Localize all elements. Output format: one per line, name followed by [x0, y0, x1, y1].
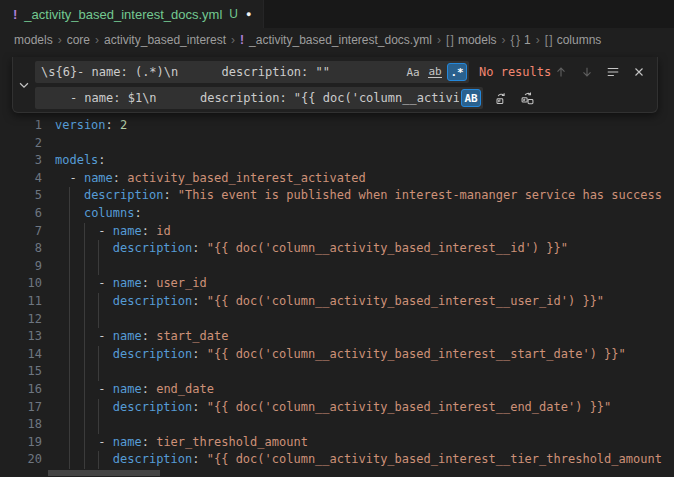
unsaved-changes-dot-icon[interactable]: ●	[246, 0, 251, 28]
indent-guide	[84, 311, 85, 329]
code-token: name	[113, 329, 142, 343]
editor-tab[interactable]: ! _activity_based_interest_docs.yml U ●	[0, 0, 264, 28]
code-text[interactable]: - name: user_id	[55, 275, 674, 293]
line-number[interactable]: 4	[0, 170, 42, 188]
preserve-case-button[interactable]: AB	[461, 89, 481, 107]
symbol-array-icon: [ ]	[446, 33, 453, 47]
symbol-object-icon: { }	[511, 33, 519, 47]
breadcrumb-separator-icon: ›	[231, 33, 235, 47]
line-number[interactable]: 7	[0, 223, 42, 241]
breadcrumb-item[interactable]: [ ]models	[446, 33, 497, 47]
code-text[interactable]: columns:	[55, 205, 674, 223]
line-number[interactable]: 19	[0, 434, 42, 452]
next-match-button[interactable]	[577, 62, 597, 82]
code-text[interactable]: - name: activity_based_interest_activate…	[55, 170, 674, 188]
breadcrumb-label: activity_based_interest	[104, 33, 226, 47]
line-number[interactable]: 5	[0, 187, 42, 205]
code-text[interactable]: description: "{{ doc('column__activity_b…	[55, 451, 674, 469]
code-token: :	[134, 206, 141, 220]
code-token: description	[113, 294, 192, 308]
replace-all-icon-button[interactable]	[517, 88, 537, 108]
code-text[interactable]: description: "This event is published wh…	[55, 187, 674, 205]
toggle-replace-button[interactable]	[13, 57, 35, 112]
line-number[interactable]: 17	[0, 399, 42, 417]
indent-guide	[69, 451, 70, 469]
indent-guide	[69, 328, 70, 346]
code-text[interactable]	[55, 311, 674, 329]
line-number[interactable]: 8	[0, 240, 42, 258]
match-case-button[interactable]: Aa	[403, 63, 423, 81]
code-line: 6 columns:	[0, 205, 674, 223]
line-number[interactable]: 13	[0, 328, 42, 346]
code-text[interactable]	[55, 416, 674, 434]
breadcrumb-item[interactable]: [ ]columns	[545, 33, 602, 47]
close-find-widget-button[interactable]	[629, 62, 649, 82]
code-text[interactable]	[55, 363, 674, 381]
code-text[interactable]: - name: end_date	[55, 381, 674, 399]
indent-guide	[69, 416, 70, 434]
line-number[interactable]: 16	[0, 381, 42, 399]
breadcrumb-item[interactable]: core	[67, 33, 90, 47]
code-token: :	[142, 329, 156, 343]
line-number[interactable]: 15	[0, 363, 42, 381]
find-query-text: \s{6}- name: (.*)\n description: ""	[41, 65, 401, 79]
code-text[interactable]: description: "{{ doc('column__activity_b…	[55, 346, 674, 364]
indent-guide	[98, 399, 99, 417]
find-in-selection-button[interactable]	[603, 62, 623, 82]
code-token: "{{ doc('column__activity_based_interest…	[207, 400, 612, 414]
horizontal-scrollbar-thumb[interactable]	[48, 470, 160, 476]
replace-input[interactable]: - name: $1\n description: "{{ doc('colum…	[35, 87, 483, 109]
line-number[interactable]: 11	[0, 293, 42, 311]
code-line: 19 - name: tier_threshold_amount	[0, 434, 674, 452]
line-number[interactable]: 1	[0, 117, 42, 135]
indent-guide	[69, 346, 70, 364]
code-text[interactable]: version: 2	[55, 117, 674, 135]
find-row: \s{6}- name: (.*)\n description: "" Aa a…	[35, 61, 653, 83]
code-token: "{{ doc('column__activity_based_interest…	[207, 241, 568, 255]
find-input[interactable]: \s{6}- name: (.*)\n description: "" Aa a…	[35, 61, 469, 83]
indent-guide	[84, 346, 85, 364]
code-line: 17 description: "{{ doc('column__activit…	[0, 399, 674, 417]
editor-pane[interactable]: \s{6}- name: (.*)\n description: "" Aa a…	[0, 52, 674, 477]
code-token: :	[192, 294, 206, 308]
line-number[interactable]: 14	[0, 346, 42, 364]
regex-button[interactable]: .*	[447, 63, 467, 81]
code-text[interactable]: description: "{{ doc('column__activity_b…	[55, 399, 674, 417]
line-number[interactable]: 3	[0, 152, 42, 170]
line-number[interactable]: 18	[0, 416, 42, 434]
indent-guide	[69, 205, 70, 223]
breadcrumb: models›core›activity_based_interest›!_ac…	[0, 28, 674, 52]
whole-word-button[interactable]: ab	[425, 63, 445, 81]
line-number[interactable]: 6	[0, 205, 42, 223]
line-number[interactable]: 2	[0, 135, 42, 153]
code-text[interactable]: - name: start_date	[55, 328, 674, 346]
breadcrumb-label: core	[67, 33, 90, 47]
breadcrumb-label: _activity_based_interest_docs.yml	[249, 33, 432, 47]
breadcrumb-item[interactable]: { }1	[511, 33, 531, 47]
breadcrumb-item[interactable]: !_activity_based_interest_docs.yml	[240, 33, 432, 47]
code-text[interactable]	[55, 135, 674, 153]
code-text[interactable]: models:	[55, 152, 674, 170]
replace-value-text: - name: $1\n description: "{{ doc('colum…	[41, 91, 459, 105]
code-token: user_id	[156, 276, 207, 290]
line-number[interactable]: 20	[0, 451, 42, 469]
code-token: description	[113, 347, 192, 361]
indent-guide	[84, 399, 85, 417]
breadcrumb-item[interactable]: models	[14, 33, 53, 47]
breadcrumb-item[interactable]: activity_based_interest	[104, 33, 226, 47]
line-number[interactable]: 9	[0, 258, 42, 276]
indent-guide	[69, 258, 70, 276]
indent-guide	[98, 240, 99, 258]
code-text[interactable]: - name: tier_threshold_amount	[55, 434, 674, 452]
code-token: -	[55, 171, 84, 185]
indent-guide	[69, 223, 70, 241]
replace-icon	[494, 91, 509, 106]
line-number[interactable]: 10	[0, 275, 42, 293]
code-text[interactable]: - name: id	[55, 223, 674, 241]
replace-button[interactable]	[491, 88, 511, 108]
line-number[interactable]: 12	[0, 311, 42, 329]
previous-match-button[interactable]	[551, 62, 571, 82]
code-text[interactable]: description: "{{ doc('column__activity_b…	[55, 240, 674, 258]
code-text[interactable]	[55, 258, 674, 276]
code-text[interactable]: description: "{{ doc('column__activity_b…	[55, 293, 674, 311]
